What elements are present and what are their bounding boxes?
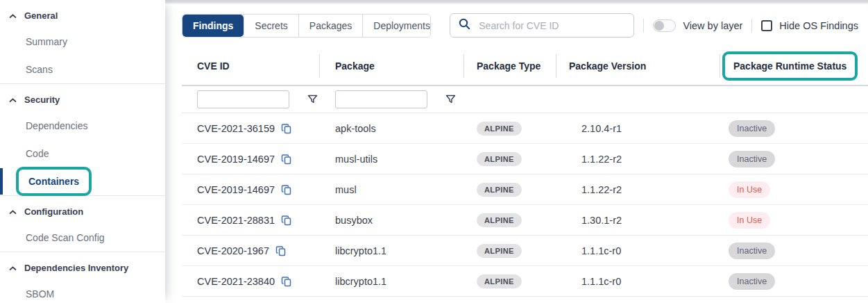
column-header-label: Package Runtime Status: [733, 60, 846, 72]
package-type-badge: ALPINE: [477, 183, 522, 197]
package-name: musl-utils: [319, 154, 463, 165]
cve-filter-cell: [182, 90, 319, 108]
runtime-status-badge: Inactive: [729, 273, 775, 290]
sidebar: General Summary Scans Security Dependenc…: [0, 0, 165, 303]
table-row[interactable]: CVE-2019-14697 musl ALPINE 1.1.22-r2 In …: [182, 174, 868, 205]
column-header-cve-id[interactable]: CVE ID: [182, 47, 319, 85]
toolbar-separator: [751, 19, 752, 33]
tab-packages[interactable]: Packages: [298, 15, 362, 37]
table-row[interactable]: CVE-2019-14697 musl-utils ALPINE 1.1.22-…: [182, 144, 868, 174]
runtime-status-badge: Inactive: [729, 243, 775, 259]
package-type-badge: ALPINE: [477, 152, 522, 166]
main-content: Findings Secrets Packages Deployments Vi…: [165, 0, 868, 303]
toolbar-separator: [643, 19, 644, 33]
sidebar-item-sbom[interactable]: SBOM: [0, 280, 165, 303]
column-header-package-runtime-status[interactable]: Package Runtime Status: [720, 47, 868, 85]
package-version: 1.1.1c-r0: [556, 276, 720, 287]
view-tab-group: Findings Secrets Packages Deployments: [182, 14, 431, 38]
package-filter-input[interactable]: [335, 90, 427, 108]
cve-filter-input[interactable]: [197, 90, 289, 108]
package-type-badge: ALPINE: [477, 275, 522, 288]
runtime-status-badge: Inactive: [729, 151, 775, 167]
sidebar-section-configuration[interactable]: Configuration: [0, 196, 165, 224]
package-version: 1.1.1c-r0: [556, 245, 720, 256]
runtime-status-badge: Inactive: [729, 120, 775, 137]
sidebar-section-general[interactable]: General: [0, 0, 165, 28]
cve-id-link[interactable]: CVE-2019-14697: [197, 184, 275, 195]
section-label: General: [24, 10, 58, 21]
package-type-badge: ALPINE: [477, 213, 522, 227]
package-type-badge: ALPINE: [477, 244, 522, 258]
view-by-layer-label: View by layer: [683, 20, 742, 31]
package-version: 1.30.1-r2: [556, 215, 720, 226]
cve-id-link[interactable]: CVE-2019-14697: [197, 154, 275, 165]
package-version: 2.10.4-r1: [556, 123, 720, 134]
section-label: Security: [24, 95, 60, 105]
table-row[interactable]: CVE-2020-1967 libcrypto1.1 ALPINE 1.1.1c…: [182, 236, 868, 266]
cve-id-link[interactable]: CVE-2021-28831: [197, 215, 275, 226]
copy-icon[interactable]: [281, 276, 292, 287]
copy-icon[interactable]: [281, 123, 292, 134]
column-header-package-type[interactable]: Package Type: [463, 47, 556, 85]
hide-os-findings-checkbox[interactable]: [761, 20, 772, 31]
sidebar-item-code-scan-config[interactable]: Code Scan Config: [0, 224, 165, 252]
tab-findings[interactable]: Findings: [182, 15, 244, 37]
findings-table: CVE ID Package Package Type Package Vers…: [182, 47, 868, 303]
view-by-layer-toggle[interactable]: [653, 19, 676, 32]
package-name: libcrypto1.1: [319, 245, 463, 256]
package-name: libcrypto1.1: [319, 276, 463, 287]
search-input[interactable]: [479, 20, 625, 31]
column-header-package-version[interactable]: Package Version: [556, 47, 720, 85]
package-name: musl: [319, 184, 463, 195]
table-header-row: CVE ID Package Package Type Package Vers…: [182, 47, 868, 85]
cve-id-link[interactable]: CVE-2021-23840: [197, 276, 275, 287]
copy-icon[interactable]: [281, 184, 292, 195]
tab-deployments[interactable]: Deployments: [362, 15, 431, 37]
cve-id-link[interactable]: CVE-2021-36159: [197, 123, 275, 134]
package-type-badge: ALPINE: [477, 122, 522, 136]
funnel-filter-icon[interactable]: [445, 95, 456, 104]
chevron-up-icon: [9, 10, 17, 21]
package-filter-cell: [319, 90, 463, 108]
tab-secrets[interactable]: Secrets: [244, 15, 298, 37]
sidebar-item-containers[interactable]: Containers: [0, 167, 165, 195]
app-window: General Summary Scans Security Dependenc…: [0, 0, 868, 303]
section-label: Configuration: [24, 206, 83, 217]
table-row[interactable]: CVE-2021-36159 apk-tools ALPINE 2.10.4-r…: [182, 113, 868, 144]
copy-icon[interactable]: [275, 245, 287, 256]
toolbar: Findings Secrets Packages Deployments Vi…: [165, 3, 868, 47]
runtime-status-highlight-annotation: Package Runtime Status: [722, 51, 858, 81]
runtime-status-badge: In Use: [729, 212, 770, 229]
funnel-filter-icon[interactable]: [307, 95, 318, 104]
copy-icon[interactable]: [281, 154, 292, 165]
package-name: apk-tools: [319, 123, 463, 134]
runtime-status-badge: In Use: [729, 181, 770, 198]
chevron-up-icon: [9, 263, 17, 273]
sidebar-section-security[interactable]: Security: [0, 84, 165, 112]
sidebar-item-code[interactable]: Code: [0, 140, 165, 167]
copy-icon[interactable]: [281, 215, 292, 226]
sidebar-section-dependencies-inventory[interactable]: Dependencies Inventory: [0, 252, 165, 280]
column-header-package[interactable]: Package: [319, 47, 463, 85]
package-version: 1.1.22-r2: [556, 184, 720, 195]
containers-highlight-annotation: Containers: [16, 167, 92, 196]
cve-search-box[interactable]: [450, 13, 634, 38]
table-filter-row: [182, 85, 868, 113]
sidebar-item-label: Containers: [28, 176, 79, 187]
table-row[interactable]: CVE-2021-28831 busybox ALPINE 1.30.1-r2 …: [182, 205, 868, 236]
chevron-up-icon: [9, 95, 17, 105]
package-name: busybox: [319, 215, 463, 226]
sidebar-item-summary[interactable]: Summary: [0, 28, 165, 56]
search-icon: [459, 18, 470, 33]
package-version: 1.1.22-r2: [556, 154, 720, 165]
table-row[interactable]: CVE-2021-23840 libcrypto1.1 ALPINE 1.1.1…: [182, 266, 868, 297]
sidebar-item-dependencies[interactable]: Dependencies: [0, 112, 165, 140]
sidebar-item-scans[interactable]: Scans: [0, 56, 165, 83]
cve-id-link[interactable]: CVE-2020-1967: [197, 245, 269, 256]
chevron-up-icon: [9, 206, 17, 217]
toggle-knob: [654, 21, 664, 31]
section-label: Dependencies Inventory: [24, 263, 128, 273]
hide-os-findings-label: Hide OS Findings: [779, 20, 858, 31]
